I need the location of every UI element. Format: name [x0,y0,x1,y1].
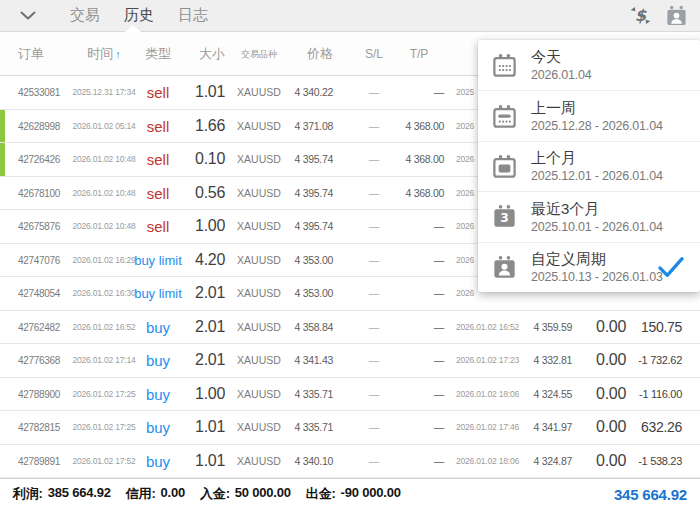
sl-value: — [354,287,394,299]
calendar-month-icon [491,153,518,180]
credit-label: 信用: [126,485,156,503]
custom-period-icon[interactable] [665,4,688,27]
tab[interactable]: 历史 [124,6,154,25]
volume: 1.00 [178,217,225,235]
open-price: 4 395.74 [284,187,333,199]
period-menu-item[interactable]: 3 最近3个月 2025.10.01 - 2026.01.04 [478,191,700,241]
menu-item-icon: 3 [491,52,518,79]
open-price: 4 353.00 [284,254,333,266]
topbar: 交易 历史 日志 $ [0,0,700,32]
menu-item-range: 2025.10.13 - 2026.01.03 [531,270,663,284]
summary-bar: 利润:385 664.92 信用:0.00 入金:50 000.00 出金:-9… [0,478,700,509]
open-price: 4 371.08 [284,120,333,132]
volume: 1.01 [178,418,225,436]
tp-value: — [394,287,444,299]
menu-item-range: 2025.12.28 - 2026.01.04 [531,119,663,133]
tab[interactable]: 交易 [70,6,100,25]
profit-value: -1 732.62 [630,354,682,366]
profit-value: -1 116.00 [630,388,682,400]
open-price: 4 353.00 [284,287,333,299]
order-type: sell [131,218,185,235]
table-row[interactable]: 42789891 2026.01.02 17:52 buy 1.01 XAUUS… [0,445,700,479]
close-time: 2026.01.02 16:52 [456,322,522,332]
header-order: 订单 [18,45,78,63]
open-time: 2026.01.02 17:14 [72,355,136,365]
volume: 2.01 [178,351,225,369]
volume: 2.01 [178,318,225,336]
menu-item-label: 上个月 [531,149,663,168]
order-id: 42533081 [18,87,78,98]
sl-value: — [354,254,394,266]
tp-value: — [394,220,444,232]
volume: 1.66 [178,117,225,135]
period-menu-item[interactable]: 3 自定义周期 2025.10.13 - 2026.01.03 [478,242,700,292]
menu-item-icon: 3 [491,254,518,281]
order-id: 42789891 [18,455,78,466]
menu-item-text: 自定义周期 2025.10.13 - 2026.01.03 [531,250,663,284]
period-menu-item[interactable]: 3 上一周 2025.12.28 - 2026.01.04 [478,90,700,140]
svg-text:3: 3 [500,212,509,226]
calendar-today-icon [491,52,518,79]
open-price: 4 395.74 [284,220,333,232]
order-type: sell [131,151,185,168]
menu-item-text: 最近3个月 2025.10.01 - 2026.01.04 [531,200,663,234]
order-id: 42748054 [18,288,78,299]
menu-item-label: 上一周 [531,99,663,118]
order-id: 42776368 [18,355,78,366]
symbol: XAUUSD [230,421,288,433]
close-time: 2026.01.02 18:06 [456,456,522,466]
withdrawal-label: 出金: [306,485,336,503]
swap-value: 0.00 [578,351,626,369]
volume: 0.10 [178,150,225,168]
period-menu-item[interactable]: 3 上个月 2025.12.01 - 2026.01.04 [478,141,700,191]
header-tp: T/P [394,47,444,61]
open-time: 2026.01.02 17:52 [72,456,136,466]
chevron-down-icon[interactable] [20,7,38,25]
order-id: 42782815 [18,422,78,433]
profit-value: -1 538.23 [630,455,682,467]
header-size: 大小 [178,45,225,63]
table-row[interactable]: 42788900 2026.01.02 17:25 buy 1.00 XAUUS… [0,378,700,412]
symbol: XAUUSD [230,153,288,165]
tp-value: — [394,254,444,266]
order-type: buy [131,352,185,369]
trade-history-screen: 交易 历史 日志 $ [0,0,700,509]
volume: 0.56 [178,184,225,202]
tab-bar: 交易 历史 日志 [70,6,208,25]
sl-value: — [354,153,394,165]
order-type: buy [131,452,185,469]
active-tab-notch [125,25,141,32]
tab[interactable]: 日志 [178,6,208,25]
symbol: XAUUSD [230,254,288,266]
symbol: XAUUSD [230,220,288,232]
table-row[interactable]: 42776368 2026.01.02 17:14 buy 2.01 XAUUS… [0,344,700,378]
profit-value: 150.75 [630,319,682,335]
order-id: 42628998 [18,120,78,131]
swap-value: 0.00 [578,385,626,403]
currency-exchange-icon[interactable]: $ [629,4,652,27]
table-row[interactable]: 42762482 2026.01.02 16:52 buy 2.01 XAUUS… [0,311,700,345]
close-time: 2026.01.02 17:23 [456,355,522,365]
period-menu-item[interactable]: 3 今天 2026.01.04 [478,40,700,90]
summary-values: 利润:385 664.92 信用:0.00 入金:50 000.00 出金:-9… [13,485,401,503]
open-time: 2026.01.02 10:48 [72,221,136,231]
open-price: 4 340.10 [284,455,333,467]
menu-item-label: 最近3个月 [531,200,663,219]
profit-label: 利润: [13,485,43,503]
order-type: sell [131,184,185,201]
menu-item-range: 2025.12.01 - 2026.01.04 [531,169,663,183]
close-price: 4 341.97 [522,421,572,433]
tp-value: 4 368.00 [394,153,444,165]
order-id: 42678100 [18,187,78,198]
order-id: 42726426 [18,154,78,165]
open-time: 2026.01.02 16:30 [72,288,136,298]
close-time: 2026.01.02 17:46 [456,422,522,432]
symbol: XAUUSD [230,120,288,132]
table-row[interactable]: 42782815 2026.01.02 17:25 buy 1.01 XAUUS… [0,411,700,445]
order-type: sell [131,84,185,101]
tp-value: — [394,388,444,400]
menu-item-range: 2025.10.01 - 2026.01.04 [531,220,663,234]
sl-value: — [354,86,394,98]
tp-value: 4 368.00 [394,187,444,199]
header-time[interactable]: 时间↑ [72,45,136,63]
